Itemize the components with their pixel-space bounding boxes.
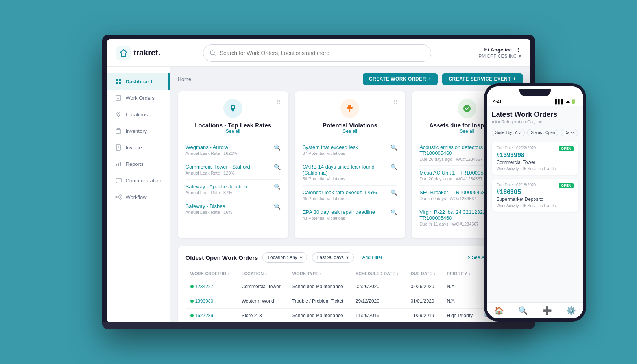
location-item-name[interactable]: Wegmans - Aurora: [186, 144, 237, 150]
work-order-id-link[interactable]: 1393980: [195, 298, 214, 304]
phone-wo-id-1[interactable]: #1393998: [497, 152, 536, 159]
phone-screen-subtitle: AAA Refrigeration Co., Inc.: [492, 119, 578, 124]
violation-item-name[interactable]: Calendar leak rate exeeds 125%: [303, 189, 377, 195]
list-item: Safeway - Apache Junction Annual Leak Ra…: [186, 180, 281, 199]
col-header-scheduled-date[interactable]: SCHEDULED DATE ↕: [356, 271, 401, 276]
search-icon[interactable]: 🔍: [274, 144, 281, 151]
sidebar-item-locations[interactable]: Locations: [107, 106, 170, 123]
violation-item-sub: 43 Potential Violations: [303, 216, 375, 221]
search-icon[interactable]: 🔍: [274, 203, 281, 210]
widgets-row: ⠿ Locations - Top Leak Rates See all: [178, 91, 523, 238]
asset-item-name[interactable]: SF6 Breaker - TR100005468: [419, 189, 485, 195]
sidebar-item-reports[interactable]: Reports: [107, 156, 170, 172]
svg-line-2: [214, 54, 215, 55]
violation-item-sub: 67 Potential Violations: [303, 151, 358, 156]
svg-rect-7: [116, 96, 121, 100]
location-item-sub: Annual Leak Rate : 1620%: [186, 151, 237, 156]
drag-handle-icon: ⠿: [277, 99, 281, 105]
communication-icon: [115, 177, 122, 184]
phone-wo-activity-2: Work Activity : 15 Services Events: [497, 204, 574, 208]
phone-nav-settings-icon[interactable]: ⚙️: [566, 306, 576, 315]
location-item-name[interactable]: Commercial Tower - Stafford: [186, 164, 250, 170]
table-row: 1393980 Westerrn World Trouble / Problem…: [186, 294, 515, 309]
location-item-name[interactable]: Safeway - Bisbee: [186, 203, 233, 209]
assets-widget-icon: [458, 99, 476, 118]
due-date-cell: 02/26/2020: [406, 279, 442, 294]
sidebar-label-reports: Reports: [126, 161, 144, 167]
breadcrumb: Home: [178, 76, 192, 82]
violation-item-sub: 56 Potential Violations: [303, 176, 391, 181]
sidebar-item-invoice[interactable]: Invoice: [107, 139, 170, 156]
create-work-order-button[interactable]: CREATE WORK ORDER +: [363, 73, 438, 85]
work-type-cell: Scheduled Maintenance: [288, 309, 351, 323]
phone-wo-location-1: Commercial Tower: [497, 160, 574, 165]
violations-see-all[interactable]: See all: [343, 129, 357, 134]
search-icon[interactable]: 🔍: [391, 164, 397, 170]
search-input[interactable]: [220, 50, 425, 56]
date-filter[interactable]: Last 90 days ▾: [312, 252, 354, 263]
violation-item-name[interactable]: CARB 14 days since leak found (Californi…: [303, 164, 391, 176]
sidebar-item-workflow[interactable]: Workflow: [107, 189, 170, 205]
reports-icon: [115, 160, 122, 167]
table-row: 1234227 Commercial Tower Scheduled Maint…: [186, 279, 515, 294]
priority-cell: N/A: [442, 279, 479, 294]
search-icon: [210, 50, 216, 56]
location-filter[interactable]: Location : Any ▾: [262, 252, 307, 263]
drag-handle-icon: ⠿: [393, 99, 397, 105]
search-icon[interactable]: 🔍: [391, 209, 397, 215]
main-content: Dashboard Work Orders Locations: [107, 67, 530, 322]
location-cell: Store 213: [237, 309, 288, 323]
phone-work-order-1: Due Date : 02/22/2020 #1393998 OPEN Comm…: [492, 142, 578, 175]
asset-item-name[interactable]: Mesa AC Unit 1 - TR100005468: [419, 170, 492, 176]
svg-rect-16: [116, 164, 117, 166]
work-orders-table: WORK ORDER ID ↕ LOCATION ↕ WORK TYPE ↕ S…: [186, 268, 515, 322]
svg-rect-4: [119, 79, 121, 81]
list-item: EPA 30 day leak repair deadline 43 Poten…: [303, 205, 397, 224]
sidebar-item-communication[interactable]: Communication: [107, 172, 170, 189]
add-filter-button[interactable]: + Add Filter: [358, 255, 382, 260]
svg-point-24: [232, 106, 234, 108]
col-header-due-date[interactable]: DUE DATE ↕: [410, 271, 437, 276]
location-item-name[interactable]: Safeway - Apache Junction: [186, 184, 247, 189]
locations-widget-title: Locations - Top Leak Rates: [195, 122, 271, 129]
search-bar[interactable]: [203, 44, 431, 62]
phone-wo-id-2[interactable]: #186305: [497, 189, 536, 196]
phone-filter-status[interactable]: Status : Open: [527, 129, 558, 136]
table-toolbar: Oldest Open Work Orders Location : Any ▾…: [186, 252, 515, 263]
search-icon[interactable]: 🔍: [391, 189, 397, 196]
sidebar-label-invoice: Invoice: [126, 145, 142, 151]
phone-wo-activity-1: Work Activity : 15 Services Events: [497, 167, 574, 171]
user-area: Hi Angelica ⋮ PM OFFICES INC ▾: [478, 47, 521, 59]
work-order-id-link[interactable]: 1627289: [195, 313, 214, 318]
phone-filter-sorted[interactable]: Sorted by : A-Z: [492, 129, 525, 136]
assets-see-all[interactable]: See all: [460, 129, 474, 134]
search-icon[interactable]: 🔍: [274, 164, 281, 170]
table-row: 1627289 Store 213 Scheduled Maintenance …: [186, 309, 515, 323]
logo-icon: [116, 46, 131, 60]
phone-filter-dates[interactable]: Dates: [561, 129, 578, 136]
open-badge-1: OPEN: [559, 146, 574, 151]
search-icon[interactable]: 🔍: [274, 184, 281, 190]
phone-nav-search-icon[interactable]: 🔍: [518, 306, 528, 315]
phone-nav-add-icon[interactable]: ➕: [542, 306, 552, 315]
col-header-work-type[interactable]: WORK TYPE ↕: [292, 271, 346, 276]
phone-nav-home-icon[interactable]: 🏠: [494, 306, 504, 315]
sidebar-item-work-orders[interactable]: Work Orders: [107, 90, 170, 106]
svg-rect-25: [349, 109, 350, 112]
user-company[interactable]: PM OFFICES INC ▾: [478, 53, 521, 59]
locations-see-all[interactable]: See all: [226, 129, 240, 134]
work-type-cell: Scheduled Maintenance: [288, 279, 351, 294]
sidebar-item-inventory[interactable]: Inventory: [107, 123, 170, 139]
col-header-work-order-id[interactable]: WORK ORDER ID ↕: [190, 271, 232, 276]
logo: trakref.: [116, 46, 179, 60]
due-date-cell: 01/01/2020: [406, 294, 442, 309]
sidebar-item-dashboard[interactable]: Dashboard: [107, 73, 170, 90]
page-header: Home CREATE WORK ORDER + CREATE SERVICE …: [178, 73, 523, 85]
table-title: Oldest Open Work Orders: [186, 254, 258, 261]
search-icon[interactable]: 🔍: [391, 144, 397, 151]
violation-item-name[interactable]: EPA 30 day leak repair deadline: [303, 209, 375, 215]
work-order-id-link[interactable]: 1234227: [195, 284, 214, 289]
col-header-priority[interactable]: PRIORITY ↕: [447, 271, 475, 276]
col-header-location[interactable]: LOCATION ↕: [242, 271, 283, 276]
violation-item-name[interactable]: System that exceed leak: [303, 144, 358, 150]
